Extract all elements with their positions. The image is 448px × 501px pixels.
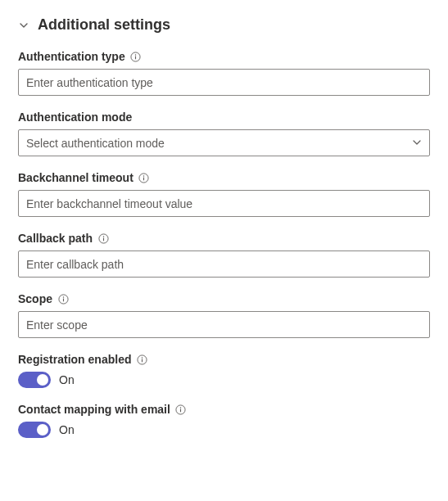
field-authentication-type: Authentication type <box>18 50 430 96</box>
toggle-thumb <box>37 424 48 436</box>
registration-enabled-state: On <box>59 373 75 386</box>
info-icon[interactable] <box>97 232 109 244</box>
svg-rect-5 <box>143 177 144 180</box>
scope-label: Scope <box>18 292 52 305</box>
scope-input[interactable] <box>18 311 430 338</box>
authentication-mode-label: Authentication mode <box>18 111 132 124</box>
field-label-row: Contact mapping with email <box>18 403 430 416</box>
svg-point-10 <box>62 296 63 297</box>
field-label-row: Authentication type <box>18 50 430 63</box>
chevron-down-icon <box>18 20 29 31</box>
svg-point-13 <box>142 357 143 358</box>
field-label-row: Callback path <box>18 232 430 245</box>
svg-rect-11 <box>62 298 63 301</box>
callback-path-input[interactable] <box>18 250 430 278</box>
section-title: Additional settings <box>38 16 170 34</box>
field-backchannel-timeout: Backchannel timeout <box>18 171 430 217</box>
field-scope: Scope <box>18 292 430 338</box>
contact-mapping-toggle[interactable] <box>18 422 51 438</box>
authentication-mode-value: Select authentication mode <box>18 129 430 156</box>
svg-rect-8 <box>102 237 103 241</box>
field-contact-mapping: Contact mapping with email On <box>18 403 430 438</box>
svg-rect-17 <box>180 408 181 412</box>
toggle-row: On <box>18 422 430 438</box>
toggle-thumb <box>37 374 48 386</box>
registration-enabled-label: Registration enabled <box>18 353 131 366</box>
field-label-row: Backchannel timeout <box>18 171 430 184</box>
field-label-row: Registration enabled <box>18 353 430 366</box>
section-header[interactable]: Additional settings <box>18 16 430 34</box>
authentication-mode-select[interactable]: Select authentication mode <box>18 129 430 156</box>
field-authentication-mode: Authentication mode Select authenticatio… <box>18 111 430 156</box>
info-icon[interactable] <box>136 354 147 365</box>
svg-point-1 <box>135 54 136 55</box>
svg-point-7 <box>102 236 103 237</box>
svg-point-4 <box>143 175 144 176</box>
backchannel-timeout-label: Backchannel timeout <box>18 171 133 184</box>
field-registration-enabled: Registration enabled On <box>18 353 430 388</box>
field-callback-path: Callback path <box>18 232 430 278</box>
info-icon[interactable] <box>138 172 150 183</box>
svg-point-16 <box>180 407 181 408</box>
registration-enabled-toggle[interactable] <box>18 372 51 388</box>
svg-rect-14 <box>142 359 143 362</box>
authentication-type-input[interactable] <box>18 69 430 96</box>
toggle-row: On <box>18 372 430 388</box>
contact-mapping-label: Contact mapping with email <box>18 403 170 416</box>
info-icon[interactable] <box>130 51 142 62</box>
backchannel-timeout-input[interactable] <box>18 190 430 217</box>
field-label-row: Scope <box>18 292 430 305</box>
svg-rect-2 <box>135 56 136 59</box>
contact-mapping-state: On <box>59 423 75 436</box>
field-label-row: Authentication mode <box>18 111 430 124</box>
callback-path-label: Callback path <box>18 232 93 245</box>
info-icon[interactable] <box>57 293 69 305</box>
authentication-type-label: Authentication type <box>18 50 125 63</box>
info-icon[interactable] <box>175 404 187 415</box>
